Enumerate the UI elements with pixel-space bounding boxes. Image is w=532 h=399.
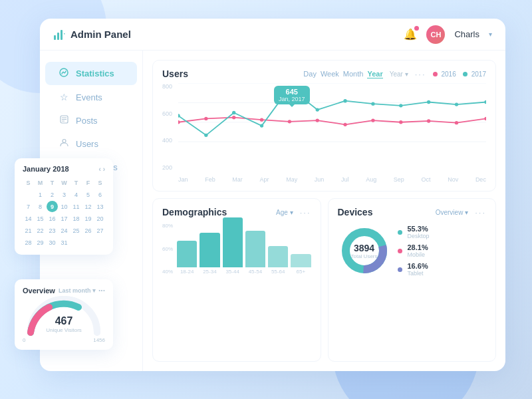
cal-day-9[interactable]: 9 xyxy=(47,201,58,212)
cal-day-16[interactable]: 16 xyxy=(47,213,58,224)
tablet-pct: 16.6% xyxy=(408,262,428,270)
period-selector: Day Week Month Year xyxy=(303,70,382,78)
devices-filter[interactable]: Overview ▾ xyxy=(436,209,468,216)
cal-day-4[interactable]: 4 xyxy=(70,189,82,200)
cal-day-15[interactable]: 15 xyxy=(35,213,46,224)
logo-icon xyxy=(53,29,65,41)
app-title: Admin Panel xyxy=(70,29,131,40)
calendar-nav[interactable]: ‹ › xyxy=(99,166,105,173)
demographics-filter[interactable]: Age ▾ xyxy=(276,209,293,216)
cal-day-18[interactable]: 18 xyxy=(70,213,82,224)
users-icon xyxy=(59,138,69,149)
cal-empty-4 xyxy=(94,237,106,248)
cal-day-13[interactable]: 13 xyxy=(94,201,106,212)
cal-day-5[interactable]: 5 xyxy=(82,189,94,200)
svg-point-9 xyxy=(63,140,66,143)
demographics-menu[interactable]: ··· xyxy=(300,207,311,217)
period-year[interactable]: Year xyxy=(367,70,382,78)
cal-day-3[interactable]: 3 xyxy=(59,189,70,200)
devices-title: Devices xyxy=(338,207,373,217)
cal-day-30[interactable]: 30 xyxy=(47,237,58,248)
cal-day-24[interactable]: 24 xyxy=(59,225,70,236)
legend-dot-2017 xyxy=(463,72,467,76)
bar-chart: 18-24 25-34 35-44 xyxy=(177,221,311,275)
bar-18-24: 18-24 xyxy=(177,241,197,275)
cal-day-22[interactable]: 22 xyxy=(35,225,46,236)
cal-hdr-t1: T xyxy=(47,177,58,188)
year-filter[interactable]: Year ▾ xyxy=(390,70,408,78)
donut-legend: 55.3% Desktop 28.1% Mobile xyxy=(398,225,430,277)
bar-18-24-rect xyxy=(177,241,197,267)
sidebar-item-posts[interactable]: Posts xyxy=(45,109,137,132)
cal-day-23[interactable]: 23 xyxy=(47,225,58,236)
overview-filter[interactable]: Last month ▾ xyxy=(59,287,96,294)
cal-hdr-t2: T xyxy=(70,177,82,188)
svg-point-23 xyxy=(316,118,319,122)
gauge-max: 1456 xyxy=(93,337,105,343)
overview-card: Overview Last month ▾ ··· 467 Unique Vis… xyxy=(15,279,113,350)
gauge-min: 0 xyxy=(23,337,25,343)
sidebar-item-statistics[interactable]: Statistics xyxy=(45,62,137,85)
bar-45-54-rect xyxy=(245,231,265,267)
svg-rect-2 xyxy=(61,30,63,40)
cal-day-21[interactable]: 21 xyxy=(23,225,34,236)
legend-mobile: 28.1% Mobile xyxy=(398,243,430,258)
cal-hdr-m: M xyxy=(35,177,46,188)
svg-point-27 xyxy=(427,119,430,122)
user-name: Charls xyxy=(454,29,479,39)
demographics-card: Demographics Age ▾ ··· 80% 60% 40% xyxy=(152,198,321,362)
app-logo: Admin Panel xyxy=(53,29,131,41)
donut-chart: 3894 Total Users xyxy=(338,224,391,277)
cal-day-20[interactable]: 20 xyxy=(94,213,106,224)
notification-button[interactable]: 🔔 xyxy=(404,28,417,41)
cal-day-28[interactable]: 28 xyxy=(23,237,34,248)
period-day[interactable]: Day xyxy=(303,70,317,78)
gauge-value: 467 xyxy=(46,315,82,327)
desktop-pct: 55.3% xyxy=(408,225,430,233)
cal-day-25[interactable]: 25 xyxy=(70,225,82,236)
topbar-right: 🔔 CH Charls ▾ xyxy=(404,25,492,44)
devices-controls: Overview ▾ ··· xyxy=(436,207,486,217)
svg-point-28 xyxy=(455,121,458,124)
sidebar-label-posts: Posts xyxy=(76,116,98,126)
demographics-title: Demographics xyxy=(162,207,227,217)
cal-day-31[interactable]: 31 xyxy=(59,237,70,248)
cal-day-17[interactable]: 17 xyxy=(59,213,70,224)
cal-day-7[interactable]: 7 xyxy=(23,201,34,212)
cal-day-1[interactable]: 1 xyxy=(35,189,46,200)
cal-day-11[interactable]: 11 xyxy=(70,201,82,212)
bar-65plus-rect xyxy=(291,254,311,267)
devices-menu[interactable]: ··· xyxy=(475,207,486,217)
cal-day-10[interactable]: 10 xyxy=(59,201,70,212)
user-dropdown-icon[interactable]: ▾ xyxy=(489,31,492,38)
cal-day-8[interactable]: 8 xyxy=(35,201,46,212)
users-chart-menu[interactable]: ··· xyxy=(415,69,426,79)
cal-day-27[interactable]: 27 xyxy=(94,225,106,236)
bar-55-64-rect xyxy=(268,246,288,267)
cal-day-14[interactable]: 14 xyxy=(23,213,34,224)
svg-point-21 xyxy=(260,118,263,122)
cal-day-12[interactable]: 12 xyxy=(82,201,94,212)
sidebar-item-users[interactable]: Users xyxy=(45,132,137,155)
demographics-header: Demographics Age ▾ ··· xyxy=(162,207,311,217)
cal-day-26[interactable]: 26 xyxy=(82,225,94,236)
posts-icon xyxy=(59,115,69,126)
main-content: Users Day Week Month Year Year ▾ ··· 201… xyxy=(143,51,505,371)
cal-day-6[interactable]: 6 xyxy=(94,189,106,200)
svg-rect-0 xyxy=(54,35,56,40)
svg-point-33 xyxy=(260,124,263,127)
sidebar-item-events[interactable]: ☆ Events xyxy=(45,86,137,108)
period-week[interactable]: Week xyxy=(321,70,339,78)
gauge-range: 0 1456 xyxy=(23,337,105,343)
y-axis-labels: 800 600 400 200 xyxy=(162,83,177,171)
period-month[interactable]: Month xyxy=(343,70,364,78)
cal-hdr-s: S xyxy=(23,177,34,188)
cal-day-2[interactable]: 2 xyxy=(47,189,58,200)
svg-point-34 xyxy=(287,86,292,90)
svg-point-19 xyxy=(204,117,207,120)
cal-day-19[interactable]: 19 xyxy=(82,213,94,224)
gauge-wrap: 467 Unique Visitors xyxy=(23,299,105,336)
demographics-controls: Age ▾ ··· xyxy=(276,207,311,217)
overview-menu[interactable]: ··· xyxy=(98,286,105,295)
cal-day-29[interactable]: 29 xyxy=(35,237,46,248)
